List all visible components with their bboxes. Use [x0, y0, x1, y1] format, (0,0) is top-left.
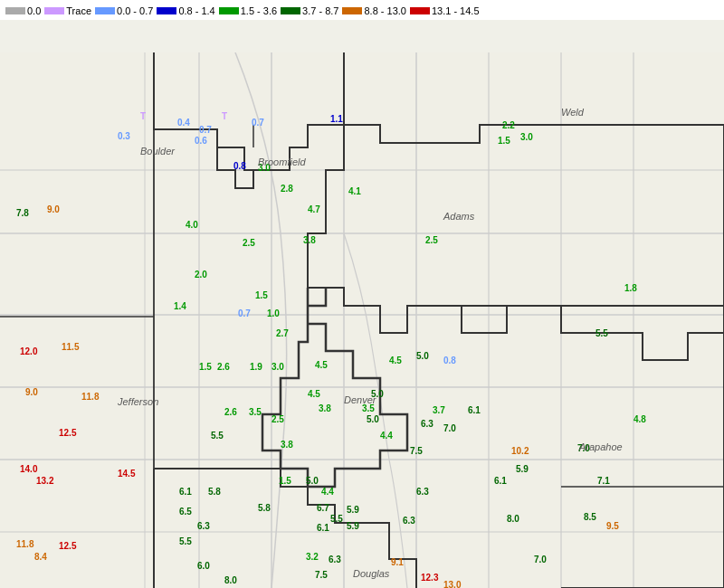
snow-label-25: 1.5 — [255, 290, 268, 300]
snow-label-59: 5.9 — [516, 464, 529, 474]
snow-label-10: 3.0 — [520, 132, 533, 142]
legend-label-6: 8.8 - 13.0 — [364, 5, 405, 16]
snow-label-75: 8.4 — [34, 552, 47, 562]
snow-label-14: 9.0 — [47, 204, 60, 214]
snow-label-29: 12.0 — [20, 346, 37, 356]
legend-item-1: Trace — [44, 5, 91, 16]
county-label-jefferson: Jefferson — [118, 396, 158, 407]
legend-item-5: 3.7 - 8.7 — [281, 5, 338, 16]
snow-label-53: 4.8 — [634, 414, 646, 424]
snow-label-95: 8.0 — [224, 575, 237, 585]
snow-label-46: 3.8 — [319, 403, 331, 413]
snow-label-79: 5.5 — [179, 536, 192, 546]
snow-label-77: 6.5 — [179, 507, 192, 517]
snow-label-26: 0.7 — [238, 308, 251, 318]
snow-label-66: 6.1 — [179, 487, 192, 497]
snow-label-81: 6.7 — [317, 503, 329, 513]
snow-label-1: 0.3 — [118, 131, 130, 141]
snow-label-64: 14.5 — [118, 469, 135, 479]
snow-label-97: 12.3 — [421, 573, 438, 583]
county-label-broomfield: Broomfield — [258, 156, 306, 167]
snow-label-61: 4.4 — [380, 431, 393, 441]
legend-label-3: 0.8 - 1.4 — [178, 5, 214, 16]
snow-label-15: 4.0 — [186, 220, 198, 230]
legend-label-4: 1.5 - 3.6 — [241, 5, 277, 16]
map-container: 0.0Trace0.0 - 0.70.8 - 1.41.5 - 3.63.7 -… — [0, 0, 724, 588]
snow-label-87: 8.0 — [507, 514, 519, 524]
snow-label-89: 9.5 — [606, 521, 619, 531]
legend-item-4: 1.5 - 3.6 — [219, 5, 277, 16]
snow-label-20: 3.8 — [303, 235, 316, 245]
snow-label-67: 5.8 — [208, 487, 221, 497]
legend-label-2: 0.0 - 0.7 — [117, 5, 153, 16]
snow-label-27: 1.0 — [267, 308, 280, 318]
snow-label-86: 6.3 — [403, 516, 415, 526]
snow-label-35: 3.0 — [272, 362, 284, 372]
snow-label-55: 5.5 — [211, 431, 224, 441]
snow-label-21: 2.5 — [425, 235, 438, 245]
svg-rect-0 — [0, 52, 724, 588]
snow-label-65: 13.2 — [36, 476, 53, 486]
snow-label-91: 3.2 — [306, 552, 319, 562]
snow-label-16: 2.8 — [281, 184, 293, 194]
snow-label-33: 2.6 — [217, 362, 230, 372]
snow-label-19: 2.5 — [243, 238, 255, 248]
snow-label-62: 7.5 — [410, 446, 423, 456]
snow-label-69: 5.0 — [306, 476, 319, 486]
snow-label-43: 3.5 — [249, 407, 262, 417]
snow-label-41: 9.0 — [25, 387, 38, 397]
snow-label-9: 1.5 — [498, 136, 510, 146]
snow-label-42: 2.6 — [224, 407, 237, 417]
snow-label-71: 6.3 — [416, 487, 429, 497]
snow-label-4: 0.6 — [195, 136, 207, 146]
snow-label-24: 1.4 — [174, 301, 186, 311]
legend-swatch-4 — [219, 7, 239, 14]
snow-label-23: 1.8 — [624, 283, 637, 293]
snow-label-60: 5.0 — [367, 414, 379, 424]
snow-label-13: 7.8 — [16, 208, 29, 218]
snow-label-40: 11.8 — [81, 392, 99, 402]
snow-label-7: T — [222, 111, 227, 121]
snow-label-78: 6.3 — [197, 521, 210, 531]
legend-swatch-7 — [410, 7, 430, 14]
legend-label-5: 3.7 - 8.7 — [302, 5, 338, 16]
snow-label-17: 4.1 — [348, 186, 361, 196]
legend-label-0: 0.0 — [27, 5, 41, 16]
legend-swatch-2 — [95, 7, 115, 14]
snow-label-36: 4.5 — [315, 360, 328, 370]
legend-item-7: 13.1 - 14.5 — [410, 5, 480, 16]
snow-label-93: 7.5 — [315, 570, 328, 580]
snow-label-73: 7.1 — [597, 476, 610, 486]
legend-swatch-1 — [44, 7, 64, 14]
snow-label-30: 5.5 — [595, 328, 608, 338]
snow-label-63: 14.0 — [20, 464, 37, 474]
snow-label-68: 1.5 — [279, 476, 291, 486]
snow-label-38: 5.0 — [416, 351, 429, 361]
county-label-arapahoe: Arapahoe — [579, 441, 623, 452]
snow-label-22: 2.0 — [195, 270, 207, 280]
county-label-weld: Weld — [561, 107, 584, 118]
snow-label-6: 1.1 — [330, 114, 343, 124]
snow-label-85: 5.9 — [347, 521, 359, 531]
snow-label-56: 3.8 — [281, 440, 293, 450]
snow-label-74: 11.8 — [16, 539, 33, 549]
legend-swatch-6 — [342, 7, 362, 14]
snow-label-80: 5.8 — [258, 503, 271, 513]
snow-label-18: 4.7 — [308, 204, 320, 214]
snow-label-98: 13.0 — [443, 580, 461, 588]
county-label-denver: Denver — [344, 394, 376, 405]
snow-label-45: 4.5 — [308, 389, 320, 399]
roads-svg — [0, 52, 724, 588]
snow-label-90: 6.0 — [197, 561, 210, 571]
snow-label-28: 11.5 — [62, 342, 79, 352]
legend-item-6: 8.8 - 13.0 — [342, 5, 405, 16]
snow-label-5: 0.7 — [252, 118, 264, 128]
legend-label-7: 13.1 - 14.5 — [432, 5, 480, 16]
snow-label-44: 2.5 — [272, 414, 284, 424]
county-label-adams: Adams — [443, 211, 474, 222]
snow-label-3: 0.7 — [199, 125, 212, 135]
legend: 0.0Trace0.0 - 0.70.8 - 1.41.5 - 3.63.7 -… — [5, 5, 719, 16]
snow-label-82: 5.5 — [330, 514, 343, 524]
snow-label-57: 10.2 — [511, 446, 529, 456]
header: 0.0Trace0.0 - 0.70.8 - 1.41.5 - 3.63.7 -… — [0, 0, 724, 20]
